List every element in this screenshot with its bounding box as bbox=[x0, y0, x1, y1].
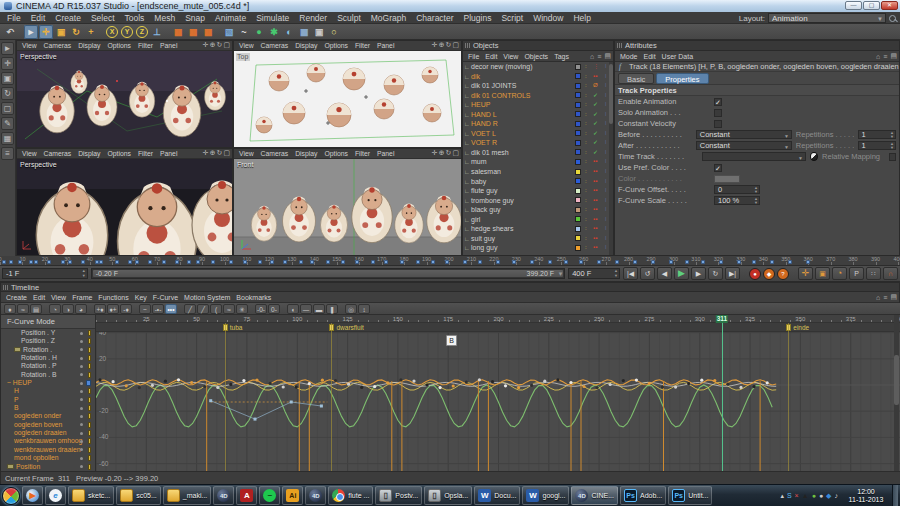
timeline-tool-4[interactable]: ◔ bbox=[49, 304, 61, 314]
summary-keyframe[interactable] bbox=[530, 260, 534, 264]
object-state-icon[interactable]: ▪▪ bbox=[593, 72, 597, 82]
attributes-panel-icon-2[interactable]: ▤ bbox=[890, 52, 897, 60]
viewport-top[interactable]: ViewCamerasDisplayOptionsFilterPanel✛⊕↻▢… bbox=[233, 40, 462, 148]
autokeying-button[interactable]: ◆ bbox=[763, 268, 775, 280]
taskbar-item-c4d-9[interactable]: 4D bbox=[305, 486, 326, 505]
summary-keyframe[interactable] bbox=[2, 260, 6, 264]
object-state-icon[interactable]: ▪▪ bbox=[593, 205, 597, 215]
mode-palette-icon-5[interactable]: ✎ bbox=[1, 117, 14, 130]
summary-keyframe[interactable] bbox=[615, 260, 619, 264]
summary-keyframe[interactable] bbox=[416, 260, 420, 264]
undo-icon[interactable]: ↶ bbox=[3, 25, 17, 39]
add-camera-icon[interactable]: ▣ bbox=[312, 25, 326, 39]
timeline-tool-19[interactable]: ≈ bbox=[223, 304, 235, 314]
summary-keyframe[interactable] bbox=[752, 260, 756, 264]
taskbar-item-postv[interactable]: ▯Postv... bbox=[375, 486, 422, 505]
summary-keyframe[interactable] bbox=[651, 260, 655, 264]
track-mute-dot[interactable] bbox=[80, 382, 83, 385]
mode-palette-icon-7[interactable]: ≡ bbox=[1, 147, 14, 160]
next-frame-button[interactable]: ▶ bbox=[691, 267, 706, 280]
summary-keyframe[interactable] bbox=[341, 260, 345, 264]
enable-axis-icon[interactable]: + bbox=[84, 25, 98, 39]
taskbar-clock[interactable]: 12:0011-11-2013 bbox=[842, 488, 890, 504]
track-row-mond-opbollen[interactable]: mond opbollen bbox=[1, 454, 95, 462]
close-button[interactable]: ✕ bbox=[881, 1, 898, 10]
track-mute-dot[interactable] bbox=[80, 373, 83, 376]
object-layer-swatch[interactable] bbox=[575, 64, 581, 70]
track-row-wenkbrauwen-omhoog[interactable]: wenkbrauwen omhoog bbox=[1, 437, 95, 445]
objects-menu-file[interactable]: File bbox=[465, 51, 482, 62]
taskbar-item-ie-1[interactable]: e bbox=[45, 486, 66, 505]
move-icon[interactable]: ✛ bbox=[39, 25, 53, 39]
viewport-menu-view[interactable]: View bbox=[19, 41, 40, 51]
taskbar-item-sketc[interactable]: sketc... bbox=[68, 486, 114, 505]
layout-select[interactable]: Animation▼ bbox=[768, 13, 886, 23]
summary-keyframe[interactable] bbox=[283, 260, 287, 264]
start-button[interactable] bbox=[2, 487, 20, 505]
track-key-bar[interactable] bbox=[88, 455, 91, 461]
summary-keyframe[interactable] bbox=[579, 260, 583, 264]
object-row-trombone-guy[interactable]: ∟trombone guy:▪▪⁞ bbox=[463, 196, 613, 206]
viewport-menu-options[interactable]: Options bbox=[321, 149, 350, 159]
objects-scrollbar[interactable] bbox=[609, 62, 613, 255]
viewport-nav-icons[interactable]: ✛⊕↻▢ bbox=[432, 41, 460, 49]
object-state-icon[interactable]: ▪▪ bbox=[593, 177, 597, 187]
object-row-dik[interactable]: ∟dik:▪▪⁞ bbox=[463, 72, 613, 82]
mode-palette-icon-4[interactable]: ▢ bbox=[1, 102, 14, 115]
summary-keyframe[interactable] bbox=[788, 260, 792, 264]
tray-icon-0[interactable]: ▴ bbox=[780, 487, 784, 505]
summary-keyframe[interactable] bbox=[685, 260, 689, 264]
track-key-bar[interactable] bbox=[88, 388, 91, 394]
object-layer-swatch[interactable] bbox=[575, 235, 581, 241]
add-generator-icon[interactable]: ● bbox=[252, 25, 266, 39]
summary-keyframe[interactable] bbox=[115, 260, 119, 264]
object-row-voet-l[interactable]: ∟VOET L:✓⁞ bbox=[463, 129, 613, 139]
time-track-target-icon[interactable] bbox=[810, 152, 818, 161]
objects-menu-tags[interactable]: Tags bbox=[551, 51, 572, 62]
mode-palette-icon-1[interactable]: ✛ bbox=[1, 57, 14, 70]
viewport-menu-options[interactable]: Options bbox=[104, 41, 133, 51]
tray-icon-6[interactable]: ◆ bbox=[826, 487, 831, 505]
track-mute-dot[interactable] bbox=[80, 440, 83, 443]
taskbar-item-maki[interactable]: _maki... bbox=[163, 486, 212, 505]
timeline-tool-16[interactable]: ╱ bbox=[184, 304, 196, 314]
track-mute-dot[interactable] bbox=[80, 432, 83, 435]
tray-icon-5[interactable]: ● bbox=[819, 487, 823, 505]
object-state-icon[interactable]: ✓ bbox=[593, 100, 598, 110]
object-layer-swatch[interactable] bbox=[575, 159, 581, 165]
menu-mesh[interactable]: Mesh bbox=[149, 12, 180, 24]
summary-keyframe[interactable] bbox=[400, 260, 404, 264]
timeline-tool-12[interactable]: ~ bbox=[139, 304, 151, 314]
timeline-menu-f-curve[interactable]: F-Curve bbox=[150, 292, 181, 303]
object-row-dik-01-mesh[interactable]: ∟dik 01 mesh:✓⁞ bbox=[463, 148, 613, 158]
timeline-tool-2[interactable]: ▤ bbox=[30, 304, 42, 314]
summary-keyframe[interactable] bbox=[384, 260, 388, 264]
summary-keyframe[interactable] bbox=[431, 260, 435, 264]
object-state-icon[interactable]: ✓ bbox=[593, 129, 598, 139]
summary-keyframe[interactable] bbox=[806, 260, 810, 264]
viewport-menu-view[interactable]: View bbox=[236, 41, 257, 51]
viewport-menu-panel[interactable]: Panel bbox=[157, 41, 180, 51]
menu-tools[interactable]: Tools bbox=[120, 12, 150, 24]
track-key-bar[interactable] bbox=[88, 430, 91, 436]
taskbar-item-googl[interactable]: Wgoogl... bbox=[522, 486, 569, 505]
object-state-icon[interactable]: ▪▪ bbox=[593, 167, 597, 177]
taskbar-item-opsla[interactable]: ▯Opsla... bbox=[424, 486, 472, 505]
taskbar-item-ai-8[interactable]: Ai bbox=[282, 486, 303, 505]
track-row-rotation-b[interactable]: Rotation . B bbox=[1, 371, 95, 379]
viewport-menu-display[interactable]: Display bbox=[292, 41, 320, 51]
object-layer-swatch[interactable] bbox=[575, 121, 581, 127]
tray-icon-7[interactable]: ♪ bbox=[835, 487, 839, 505]
time-track-select[interactable]: ▼ bbox=[702, 152, 806, 161]
mode-palette-icon-0[interactable]: ► bbox=[1, 42, 14, 55]
timeline-tool-6[interactable]: ◕ bbox=[75, 304, 87, 314]
summary-keyframe[interactable] bbox=[478, 260, 482, 264]
track-row-rotation-h[interactable]: Rotation . H bbox=[1, 354, 95, 362]
summary-keyframe[interactable] bbox=[29, 260, 33, 264]
tray-icon-3[interactable]: ▲ bbox=[802, 487, 809, 505]
timeline-menu-motion-system[interactable]: Motion System bbox=[181, 292, 233, 303]
object-state-icon[interactable]: ▪▪ bbox=[593, 243, 597, 253]
summary-keyframe[interactable] bbox=[597, 260, 601, 264]
key-rotation-icon[interactable]: ▦ bbox=[201, 25, 215, 39]
lock-z-icon[interactable]: Z bbox=[136, 26, 148, 38]
